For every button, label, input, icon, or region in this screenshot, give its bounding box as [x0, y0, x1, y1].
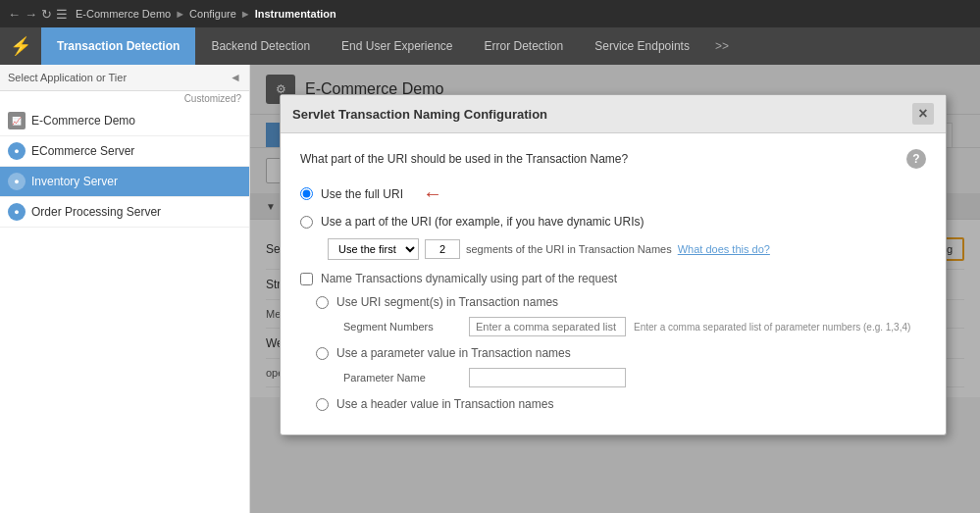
- modal-body: What part of the URI should be used in t…: [281, 133, 946, 435]
- sidebar: Select Application or Tier ◄ Customized?…: [0, 65, 250, 513]
- tab-transaction-detection[interactable]: Transaction Detection: [41, 27, 195, 65]
- sidebar-collapse-icon[interactable]: ◄: [230, 71, 241, 84]
- tab-more-icon[interactable]: >>: [705, 39, 739, 53]
- use-first-last-select[interactable]: Use the firstUse the last: [328, 238, 419, 260]
- nav-arrows: ← → ↻ ☰: [8, 7, 68, 22]
- breadcrumb: E-Commerce Demo ► Configure ► Instrument…: [76, 8, 336, 20]
- tab-end-user-experience[interactable]: End User Experience: [326, 27, 468, 65]
- sidebar-item-ecommerce-demo[interactable]: 📈 E-Commerce Demo: [0, 106, 249, 136]
- sidebar-item-ecommerce-server[interactable]: ● ECommerce Server: [0, 136, 249, 167]
- dynamic-naming-label: Name Transactions dynamically using part…: [321, 272, 617, 285]
- sub-radio-group: Use URI segment(s) in Transaction names …: [316, 295, 926, 411]
- lightning-icon: ⚡: [0, 35, 41, 57]
- part-uri-sub-row: Use the firstUse the last segments of th…: [328, 238, 926, 260]
- main-tab-bar: ⚡ Transaction Detection Backend Detectio…: [0, 27, 980, 65]
- modal-question-row: What part of the URI should be used in t…: [300, 149, 926, 169]
- modal-question-text: What part of the URI should be used in t…: [300, 152, 628, 166]
- tab-error-detection[interactable]: Error Detection: [469, 27, 580, 65]
- param-name-row: Parameter Name: [343, 368, 926, 387]
- dynamic-naming-checkbox-row: Name Transactions dynamically using part…: [300, 272, 926, 285]
- customized-label: Customized?: [0, 91, 249, 106]
- tab-service-endpoints[interactable]: Service Endpoints: [579, 27, 705, 65]
- arrow-indicator-icon: ←: [423, 182, 442, 205]
- breadcrumb-item-2[interactable]: Configure: [189, 8, 236, 20]
- menu-icon[interactable]: ☰: [56, 7, 68, 22]
- help-icon[interactable]: ?: [906, 149, 926, 169]
- tier-icon-inventory-server: ●: [8, 173, 26, 190]
- content-area: ⚙ E-Commerce Demo Java - Transaction Det…: [250, 65, 980, 513]
- header-value-label: Use a header value in Transaction names: [336, 397, 553, 411]
- breadcrumb-item-3: Instrumentation: [255, 8, 336, 20]
- sidebar-item-label-order-processing: Order Processing Server: [31, 205, 161, 219]
- top-nav-bar: ← → ↻ ☰ E-Commerce Demo ► Configure ► In…: [0, 0, 980, 27]
- app-icon-ecommerce: 📈: [8, 112, 26, 129]
- sidebar-item-inventory-server[interactable]: ● Inventory Server: [0, 167, 249, 197]
- segment-numbers-hint: Enter a comma separated list of paramete…: [634, 322, 910, 333]
- header-value-radio-row: Use a header value in Transaction names: [316, 397, 926, 411]
- main-layout: Select Application or Tier ◄ Customized?…: [0, 65, 980, 513]
- modal-title: Servlet Transaction Naming Configuration: [292, 107, 547, 122]
- breadcrumb-sep-2: ►: [240, 8, 251, 20]
- modal-overlay: Servlet Transaction Naming Configuration…: [250, 65, 980, 513]
- part-uri-radio-row: Use a part of the URI (for example, if y…: [300, 215, 926, 229]
- param-name-label: Parameter Name: [343, 372, 461, 384]
- modal-servlet-naming: Servlet Transaction Naming Configuration…: [280, 94, 947, 436]
- tier-icon-order-processing: ●: [8, 203, 26, 221]
- param-value-label: Use a parameter value in Transaction nam…: [336, 346, 571, 360]
- uri-segment-radio[interactable]: [316, 296, 329, 309]
- segment-numbers-row: Segment Numbers Enter a comma separated …: [343, 317, 926, 336]
- segment-numbers-input[interactable]: [469, 317, 626, 336]
- back-icon[interactable]: ←: [8, 7, 21, 22]
- sidebar-item-label-inventory-server: Inventory Server: [31, 175, 118, 188]
- param-value-radio[interactable]: [316, 347, 329, 360]
- forward-icon[interactable]: →: [25, 7, 37, 22]
- modal-header: Servlet Transaction Naming Configuration…: [281, 95, 946, 133]
- refresh-icon[interactable]: ↻: [41, 7, 52, 22]
- full-uri-radio[interactable]: [300, 187, 313, 200]
- breadcrumb-item-1[interactable]: E-Commerce Demo: [76, 8, 171, 20]
- full-uri-radio-row: Use the full URI ←: [300, 182, 926, 205]
- sidebar-header: Select Application or Tier ◄: [0, 65, 249, 91]
- segment-count-input[interactable]: [425, 239, 460, 259]
- part-uri-label: Use a part of the URI (for example, if y…: [321, 215, 644, 229]
- sidebar-item-label-ecommerce-demo: E-Commerce Demo: [31, 114, 135, 128]
- breadcrumb-sep-1: ►: [175, 8, 185, 20]
- modal-close-button[interactable]: ×: [912, 103, 934, 125]
- sidebar-item-order-processing[interactable]: ● Order Processing Server: [0, 197, 249, 228]
- sidebar-header-label: Select Application or Tier: [8, 72, 127, 83]
- header-value-radio[interactable]: [316, 398, 329, 411]
- part-uri-radio[interactable]: [300, 216, 313, 229]
- uri-segment-label: Use URI segment(s) in Transaction names: [336, 295, 558, 309]
- tab-backend-detection[interactable]: Backend Detection: [195, 27, 326, 65]
- dynamic-naming-checkbox[interactable]: [300, 273, 313, 285]
- segment-numbers-label: Segment Numbers: [343, 321, 461, 333]
- segments-label: segments of the URI in Transaction Names: [466, 243, 672, 255]
- uri-segment-radio-row: Use URI segment(s) in Transaction names: [316, 295, 926, 309]
- tier-icon-ecommerce-server: ●: [8, 142, 26, 160]
- param-name-input[interactable]: [469, 368, 626, 387]
- what-does-link[interactable]: What does this do?: [678, 243, 770, 255]
- param-value-radio-row: Use a parameter value in Transaction nam…: [316, 346, 926, 360]
- full-uri-label: Use the full URI: [321, 187, 403, 201]
- sidebar-item-label-ecommerce-server: ECommerce Server: [31, 144, 134, 158]
